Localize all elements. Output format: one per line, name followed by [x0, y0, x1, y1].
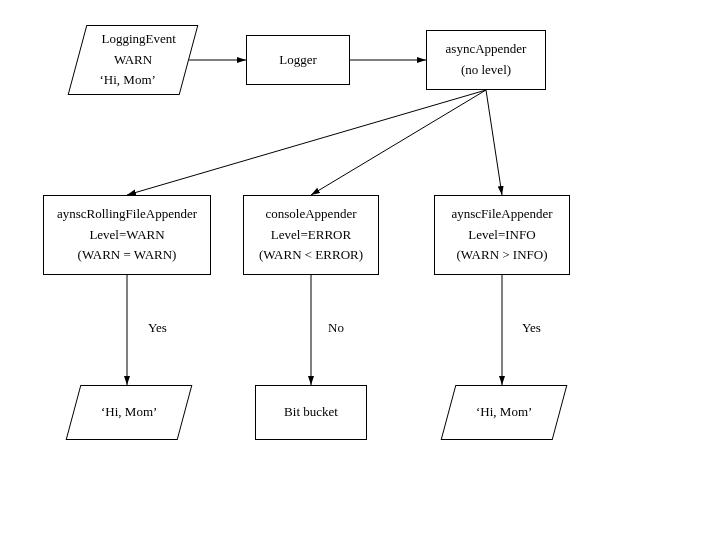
logging-event-node: LoggingEvent WARN ‘Hi, Mom’ [68, 25, 199, 95]
text: ‘Hi, Mom’ [101, 402, 157, 423]
text: (WARN < ERROR) [259, 245, 363, 266]
text: LoggingEvent [101, 29, 175, 50]
decision-label-no: No [328, 320, 344, 336]
text: Level=WARN [89, 225, 164, 246]
logger-node: Logger [246, 35, 350, 85]
text: (WARN = WARN) [78, 245, 177, 266]
text: ‘Hi, Mom’ [476, 402, 532, 423]
text: aynscRollingFileAppender [57, 204, 197, 225]
text: consoleAppender [266, 204, 357, 225]
text: Level=INFO [468, 225, 535, 246]
text: ‘Hi, Mom’ [99, 70, 155, 91]
output-2-node: Bit bucket [255, 385, 367, 440]
text: Level=ERROR [271, 225, 351, 246]
text: Bit bucket [284, 402, 338, 423]
decision-label-yes-2: Yes [522, 320, 541, 336]
async-appender-node: asyncAppender (no level) [426, 30, 546, 90]
text: asyncAppender [446, 39, 527, 60]
output-3-node: ‘Hi, Mom’ [441, 385, 568, 440]
file-appender-node: aynscFileAppender Level=INFO (WARN > INF… [434, 195, 570, 275]
svg-line-4 [486, 90, 502, 195]
console-appender-node: consoleAppender Level=ERROR (WARN < ERRO… [243, 195, 379, 275]
decision-label-yes-1: Yes [148, 320, 167, 336]
text: WARN [114, 50, 152, 71]
text: Logger [279, 50, 317, 71]
output-1-node: ‘Hi, Mom’ [66, 385, 193, 440]
text: aynscFileAppender [451, 204, 552, 225]
svg-line-2 [127, 90, 486, 195]
text: (WARN > INFO) [456, 245, 547, 266]
text: (no level) [461, 60, 511, 81]
svg-line-3 [311, 90, 486, 195]
rolling-file-appender-node: aynscRollingFileAppender Level=WARN (WAR… [43, 195, 211, 275]
